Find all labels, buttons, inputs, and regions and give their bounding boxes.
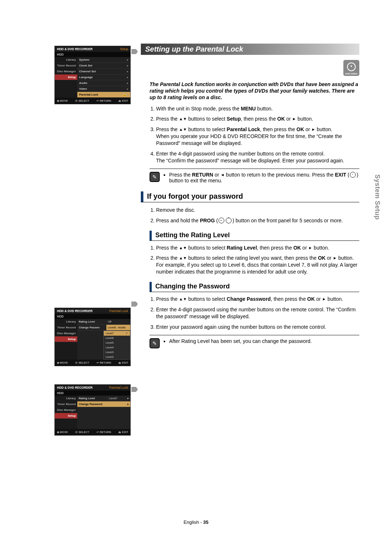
rating-step-1: Press the ▲▼ buttons to select Rating Le… xyxy=(156,244,359,251)
osd3-nav-2: Disc Manager xyxy=(55,407,77,413)
intro-paragraph: The Parental Lock function works in conj… xyxy=(150,81,359,101)
osd2-row-1: Change Passwo Level8 - Adults xyxy=(77,325,130,331)
osd1-nav-2: Disc Manager xyxy=(55,69,77,74)
main-step-3: Press the ▲▼ buttons to select Parental … xyxy=(156,126,359,147)
forgot-steps: Remove the disc. Press and hold the PROG… xyxy=(150,207,359,224)
osd3-row-0: Rating Level : Level7▸ xyxy=(77,396,130,401)
osd3-sub: HDD xyxy=(55,391,130,396)
osd1-opt-5: Video▸ xyxy=(77,86,130,92)
osd2-dd-0: Level7✓ xyxy=(104,331,130,336)
osd1-opt-4: Audio▸ xyxy=(77,80,130,86)
main-step-1: With the unit in Stop mode, press the ME… xyxy=(156,105,359,112)
osd1-opt-6: Parental Lock🔒 ▸ xyxy=(77,92,130,98)
main-step-4: Enter the 4-digit password using the num… xyxy=(156,150,359,164)
prog-down-icon xyxy=(219,218,224,223)
changepw-step-1: Press the ▲▼ buttons to select Change Pa… xyxy=(156,296,359,303)
osd2-sub: HDD xyxy=(55,314,130,319)
osd-foot-exit: ⏏ EXIT xyxy=(118,99,128,102)
osd-foot-return: ↩ RETURN xyxy=(97,99,111,102)
main-step-2: Press the ▲▼ buttons to select Setup, th… xyxy=(156,116,359,122)
osd-change-password: HDD & DVD RECORDER Parental Lock HDD Lib… xyxy=(54,384,131,436)
osd2-dd-4: Level3 xyxy=(104,350,130,355)
osd-rating-level: HDD & DVD RECORDER Parental Lock HDD Lib… xyxy=(54,308,131,366)
left-column: HDD & DVD RECORDER Setup HDD Library Tim… xyxy=(54,44,131,436)
osd2-nav-0: Library xyxy=(55,319,77,325)
changepw-step-2: Enter the 4-digit password using the num… xyxy=(156,306,359,320)
prog-up-icon xyxy=(226,218,232,223)
osd1-opt-1: Clock Set▸ xyxy=(77,63,130,69)
osd1-opt-3: Language▸ xyxy=(77,74,130,80)
osd2-dd-3: Level4 xyxy=(104,345,130,350)
osd3-nav-0: Library xyxy=(55,396,77,401)
osd2-title: HDD & DVD RECORDER xyxy=(57,309,93,313)
exit-button-icon xyxy=(350,172,356,178)
forgot-heading: If you forgot your password xyxy=(141,191,359,202)
osd3-title: HDD & DVD RECORDER xyxy=(57,386,93,389)
osd2-dd-5: Level2 xyxy=(104,355,130,359)
osd2-nav-3: Setup xyxy=(55,336,77,342)
changepw-note-text: After Rating Level has been set, you can… xyxy=(169,338,312,344)
main-note-text: Press the RETURN or ◄ button to return t… xyxy=(169,172,359,183)
changepw-step-3: Enter your password again using the numb… xyxy=(156,324,359,331)
osd-setup-parental: HDD & DVD RECORDER Setup HDD Library Tim… xyxy=(54,46,131,104)
osd1-sub: HDD xyxy=(55,52,130,57)
forgot-step-2: Press and hold the PROG () button on the… xyxy=(156,217,359,224)
osd1-opt-2: Channel Set▸ xyxy=(77,69,130,74)
rating-steps: Press the ▲▼ buttons to select Rating Le… xyxy=(150,244,359,276)
osd2-dropdown: Level7✓ Level6 Level5 Level4 Level3 Leve… xyxy=(103,331,130,360)
osd-foot-select: ⊙ SELECT xyxy=(75,99,89,102)
rating-step-2: Press the ▲▼ buttons to select the ratin… xyxy=(156,255,359,275)
note-icon-2: ✎ xyxy=(150,338,160,348)
osd1-opt-0: System▸ xyxy=(77,57,130,63)
osd1-title: HDD & DVD RECORDER xyxy=(57,47,93,51)
osd3-row-1: Change Password ▸ xyxy=(77,401,130,407)
osd1-nav-0: Library xyxy=(55,57,77,63)
osd3-nav-3: Setup xyxy=(55,413,77,419)
main-steps: With the unit in Stop mode, press the ME… xyxy=(150,105,359,164)
main-note: ✎ Press the RETURN or ◄ button to return… xyxy=(150,169,359,183)
osd1-nav-3: Setup xyxy=(55,74,77,80)
lock-icon: 🔒 xyxy=(123,93,126,96)
osd2-dd-2: Level5 xyxy=(104,340,130,345)
page-footer: English - 35 xyxy=(0,519,392,525)
osd2-nav-1: Timer Record xyxy=(55,325,77,331)
osd1-title-right: Setup xyxy=(120,47,128,51)
osd3-nav-1: Timer Record xyxy=(55,401,77,407)
rating-heading: Setting the Rating Level xyxy=(150,231,359,241)
note-icon: ✎ xyxy=(150,172,160,182)
osd-foot-move: ◆ MOVE xyxy=(57,99,68,102)
osd2-row-0: Rating Level Off xyxy=(77,319,130,325)
changepw-note: ✎ After Rating Level has been set, you c… xyxy=(150,335,359,348)
osd2-dd-1: Level6 xyxy=(104,336,130,340)
right-column: Setting up the Parental Lock DVD-VIDEO T… xyxy=(141,44,359,436)
dvd-video-icon: DVD-VIDEO xyxy=(343,60,359,76)
main-heading: Setting up the Parental Lock xyxy=(141,44,359,55)
osd2-nav-2: Disc Manager xyxy=(55,331,77,336)
osd2-title-right: Parental Lock xyxy=(109,309,128,313)
changepw-heading: Changing the Password xyxy=(150,282,359,292)
changepw-steps: Press the ▲▼ buttons to select Change Pa… xyxy=(150,296,359,331)
forgot-step-1: Remove the disc. xyxy=(156,207,359,214)
side-tab-label: System Setup xyxy=(373,174,381,220)
osd3-title-right: Parental Lock xyxy=(109,386,128,389)
osd1-nav-1: Timer Record xyxy=(55,63,77,69)
